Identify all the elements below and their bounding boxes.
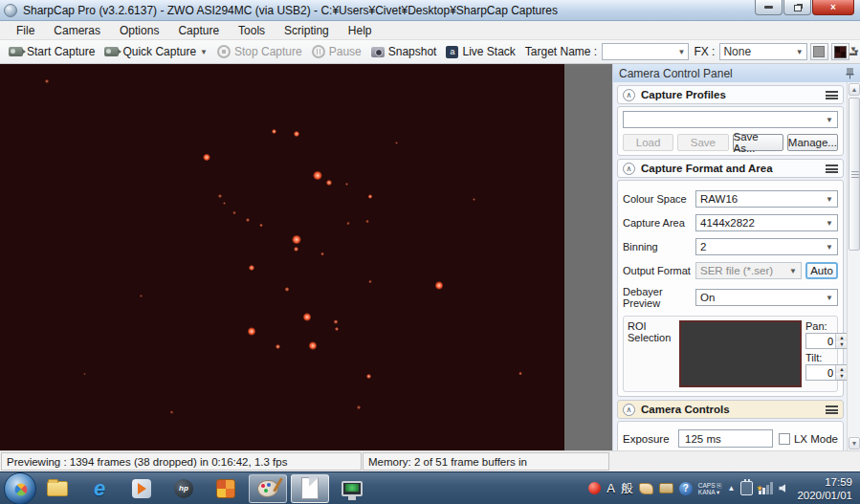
sharpcap-window: SharpCap Pro (v3.2.6137) - ZWO ASI294MC … (0, 0, 860, 504)
camera-preview-image[interactable] (0, 64, 564, 450)
paint-icon (257, 480, 278, 497)
star (246, 218, 250, 222)
histogram-button[interactable] (810, 43, 828, 60)
taskbar-ie-button[interactable]: e (80, 474, 119, 503)
star (368, 194, 373, 199)
start-button[interactable] (4, 472, 36, 504)
fx-combo[interactable]: None ▼ (719, 43, 806, 60)
collapse-icon[interactable]: ∧ (623, 163, 635, 175)
collapse-icon[interactable]: ∧ (623, 89, 635, 101)
scroll-up-icon[interactable]: ▲ (849, 83, 860, 96)
tilt-input[interactable] (806, 365, 835, 380)
help-icon[interactable]: ? (679, 482, 693, 495)
taskbar-document-button[interactable] (291, 474, 329, 503)
taskbar-media-player-button[interactable] (122, 474, 161, 503)
roi-selection-group: ROI Selection Pan: ▲ ▼ Tilt: (623, 316, 838, 392)
collapse-icon[interactable]: ∧ (623, 404, 635, 416)
star (83, 373, 86, 376)
restore-button[interactable] (783, 0, 811, 15)
pan-input[interactable] (806, 334, 835, 348)
chevron-down-icon[interactable]: ▼ (200, 48, 208, 56)
stop-capture-button[interactable]: Stop Capture (212, 43, 307, 60)
pan-spinner[interactable]: ▲ ▼ (805, 333, 847, 349)
taskbar-sharpcap-button[interactable] (333, 474, 371, 503)
manage-button[interactable]: Manage... (787, 134, 838, 151)
spinner-down-icon[interactable]: ▼ (835, 373, 847, 381)
output-format-combo[interactable]: SER file (*.ser) ▼ (695, 262, 802, 279)
volume-icon[interactable] (779, 484, 785, 493)
capture-area-combo[interactable]: 4144x2822 ▼ (695, 214, 838, 231)
menu-tools[interactable]: Tools (230, 22, 274, 39)
ime-mode-a[interactable]: A (606, 481, 615, 495)
toolbar-overflow-button[interactable]: ▼▬ (848, 48, 859, 55)
debayer-preview-label: Debayer Preview (623, 286, 695, 309)
power-plug-icon[interactable] (740, 481, 753, 495)
snapshot-button[interactable]: Snapshot (366, 43, 442, 60)
section-menu-icon[interactable] (826, 164, 838, 173)
caps-kana-indicator[interactable]: CAPS ⎘KANA ▾ (698, 482, 722, 495)
close-button[interactable]: × (812, 0, 854, 15)
target-name-combo[interactable]: ▼ (602, 43, 689, 60)
gray-square-icon (813, 46, 825, 57)
menu-capture[interactable]: Capture (169, 22, 228, 39)
scroll-down-icon[interactable]: ▼ (849, 437, 860, 449)
menu-scripting[interactable]: Scripting (276, 22, 338, 39)
lx-mode-checkbox[interactable]: LX Mode (779, 433, 838, 445)
package-icon (216, 479, 235, 498)
star (357, 405, 361, 409)
exposure-input[interactable]: 125 ms (678, 429, 773, 448)
capture-profiles-header[interactable]: ∧ Capture Profiles (617, 85, 844, 104)
binning-combo[interactable]: 2 ▼ (695, 238, 838, 255)
live-stack-button[interactable]: a Live Stack (441, 43, 519, 60)
save-as-button[interactable]: Save As... (733, 134, 783, 151)
profile-combo[interactable]: ▼ (623, 111, 838, 128)
network-signal-icon[interactable] (759, 482, 773, 494)
taskbar-hp-button[interactable]: hp (165, 474, 203, 503)
star (203, 154, 209, 161)
taskbar-installer-button[interactable] (207, 474, 245, 503)
pin-icon[interactable] (846, 68, 854, 79)
auto-button[interactable]: Auto (805, 262, 838, 279)
menu-help[interactable]: Help (340, 22, 381, 39)
roi-preview-box[interactable] (679, 320, 802, 387)
chevron-down-icon: ▼ (826, 116, 833, 124)
ime-mode-general[interactable]: 般 (621, 480, 633, 497)
ime-toolbox-icon[interactable] (659, 483, 673, 493)
star (435, 281, 443, 289)
spinner-up-icon[interactable]: ▲ (835, 334, 847, 341)
capture-format-header[interactable]: ∧ Capture Format and Area (617, 159, 844, 178)
menu-options[interactable]: Options (111, 22, 167, 39)
menu-file[interactable]: File (8, 22, 43, 39)
quick-capture-button[interactable]: Quick Capture ▼ (99, 43, 212, 60)
show-hidden-icons-button[interactable]: ▲ (728, 484, 736, 493)
tilt-spinner[interactable]: ▲ ▼ (805, 364, 847, 381)
ime-tools-icon[interactable] (639, 483, 653, 494)
panel-scrollbar[interactable]: ▲ ▼ (847, 82, 860, 450)
star (365, 220, 368, 223)
colour-space-combo[interactable]: RAW16 ▼ (695, 190, 838, 208)
section-menu-icon[interactable] (826, 405, 838, 414)
section-menu-icon[interactable] (826, 91, 838, 99)
menu-cameras[interactable]: Cameras (45, 22, 109, 39)
tray-red-ball-icon[interactable] (588, 482, 601, 494)
load-button[interactable]: Load (623, 134, 673, 151)
scrollbar-thumb[interactable] (849, 98, 860, 251)
star (259, 224, 263, 228)
document-icon (301, 477, 319, 499)
pause-button[interactable]: Pause (307, 43, 366, 60)
debayer-preview-combo[interactable]: On ▼ (695, 289, 838, 306)
start-capture-button[interactable]: Start Capture (4, 43, 99, 60)
camera-controls-body: Exposure 125 ms LX Mode (617, 421, 844, 450)
spinner-up-icon[interactable]: ▲ (835, 365, 847, 373)
output-format-label: Output Format (623, 265, 695, 276)
minimize-button[interactable] (755, 0, 783, 15)
taskbar-paint-button[interactable] (249, 474, 287, 503)
taskbar-clock[interactable]: 17:59 2020/01/01 (791, 475, 852, 502)
taskbar-explorer-button[interactable] (38, 474, 77, 503)
save-button[interactable]: Save (677, 134, 728, 151)
camera-controls-header[interactable]: ∧ Camera Controls (617, 400, 844, 419)
star (248, 327, 255, 335)
spinner-down-icon[interactable]: ▼ (835, 341, 847, 349)
clock-time: 17:59 (797, 475, 852, 489)
main-toolbar: Start Capture Quick Capture ▼ Stop Captu… (0, 40, 860, 64)
